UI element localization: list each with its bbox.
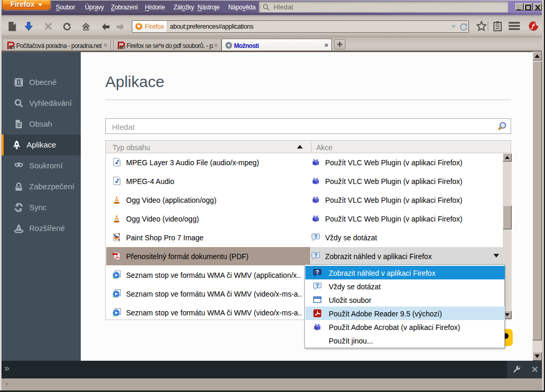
svg-text:?: ? xyxy=(316,283,319,289)
svg-text:?: ? xyxy=(314,234,317,240)
svg-text:NET: NET xyxy=(119,46,126,50)
svg-text:?: ? xyxy=(316,270,319,275)
svg-text:?: ? xyxy=(314,253,317,259)
svg-text:NET: NET xyxy=(9,46,15,50)
